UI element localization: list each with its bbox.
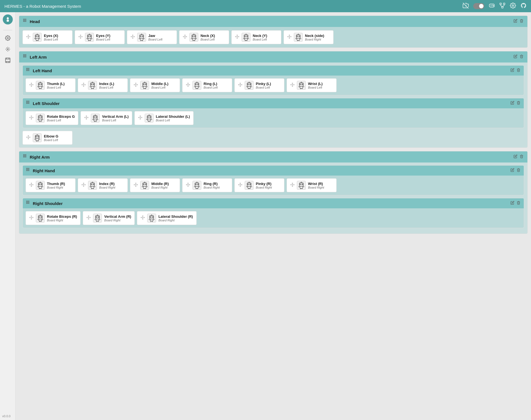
edit-icon[interactable] (514, 154, 517, 159)
settings-icon[interactable] (510, 2, 516, 10)
edit-icon[interactable] (510, 68, 514, 73)
servo-robot-icon (245, 81, 254, 90)
servo-card[interactable]: Thumb (R) Board Right (26, 178, 76, 192)
card-move-icon[interactable] (29, 215, 34, 221)
servo-card[interactable]: Wrist (L) Board Left (287, 78, 337, 92)
servo-card[interactable]: Rotate Biceps (R) Board Right (26, 211, 81, 225)
card-move-icon[interactable] (131, 34, 135, 40)
servo-card[interactable]: Rotate Biceps G Board Left (26, 111, 78, 125)
servo-card[interactable]: Vertical Arm (R) Board Right (83, 211, 135, 225)
servo-card[interactable]: Lateral Shoulder (R) Board Right (137, 211, 196, 225)
card-move-icon[interactable] (183, 34, 187, 40)
network-icon[interactable] (499, 2, 505, 10)
servo-card[interactable]: Neck (Y) Board Left (231, 30, 281, 44)
svg-point-20 (7, 49, 8, 49)
card-move-icon[interactable] (78, 34, 83, 40)
servo-card[interactable]: Index (L) Board Left (78, 78, 128, 92)
svg-rect-192 (300, 86, 303, 88)
card-move-icon[interactable] (81, 82, 86, 88)
svg-point-100 (297, 36, 298, 37)
svg-point-110 (24, 54, 25, 55)
servo-card[interactable]: Eyes (X) Board Left (22, 30, 72, 44)
sidebar-move-icon[interactable] (3, 45, 12, 54)
servo-name: Rotate Biceps G (47, 114, 75, 119)
card-move-icon[interactable] (290, 182, 295, 188)
trash-icon[interactable] (517, 201, 520, 206)
trash-icon[interactable] (520, 19, 524, 24)
github-icon[interactable] (520, 2, 527, 10)
servo-card[interactable]: Neck (X) Board Left (179, 30, 229, 44)
edit-icon[interactable] (514, 19, 517, 24)
card-move-icon[interactable] (138, 115, 142, 121)
servo-card[interactable]: Neck (side) Board Right (284, 30, 334, 44)
trash-icon[interactable] (520, 54, 524, 59)
servo-info: Thumb (R) Board Right (47, 182, 65, 189)
card-move-icon[interactable] (141, 215, 145, 221)
svg-point-325 (248, 184, 249, 185)
svg-point-113 (24, 56, 25, 56)
svg-point-341 (301, 182, 302, 183)
svg-rect-225 (94, 119, 97, 121)
card-move-icon[interactable] (238, 82, 242, 88)
extra-cards-grid: Elbow G Board Left (22, 131, 524, 145)
card-move-icon[interactable] (29, 82, 34, 88)
servo-card[interactable]: Jaw Board Left (127, 30, 177, 44)
servo-card[interactable]: Middle (R) Board Right (130, 178, 180, 192)
servo-card[interactable]: Lateral Shoulder (L) Board Left (134, 111, 194, 125)
servo-robot-icon (297, 81, 306, 90)
card-move-icon[interactable] (186, 82, 190, 88)
servo-card[interactable]: Middle (L) Board Left (130, 78, 180, 92)
card-move-icon[interactable] (238, 182, 242, 188)
servo-card[interactable]: Eyes (Y) Board Left (75, 30, 125, 44)
card-move-icon[interactable] (235, 34, 239, 40)
servo-card[interactable]: Index (R) Board Right (78, 178, 128, 192)
servo-name: Rotate Biceps (R) (47, 214, 77, 219)
card-move-icon[interactable] (29, 182, 34, 188)
trash-icon[interactable] (517, 101, 520, 106)
svg-point-134 (40, 82, 41, 83)
toggle-switch[interactable] (473, 3, 484, 9)
sidebar-film-icon[interactable] (3, 56, 12, 65)
camera-off-icon[interactable] (463, 2, 469, 10)
servo-robot-icon (140, 181, 149, 190)
card-move-icon[interactable] (290, 82, 295, 88)
card-move-icon[interactable] (186, 182, 190, 188)
edit-icon[interactable] (510, 201, 514, 206)
trash-icon[interactable] (517, 68, 520, 73)
servo-name: Lateral Shoulder (L) (156, 114, 190, 119)
card-move-icon[interactable] (134, 182, 138, 188)
gamepad-icon[interactable] (489, 2, 495, 10)
servo-sub: Board Right (151, 186, 169, 189)
card-move-icon[interactable] (84, 115, 89, 121)
svg-rect-279 (39, 186, 42, 188)
servo-card[interactable]: Vertical Arm (L) Board Left (81, 111, 132, 125)
card-move-icon[interactable] (29, 115, 34, 121)
servo-card[interactable]: Pinky (R) Board Right (234, 178, 284, 192)
servo-card[interactable]: Pinky (L) Board Left (234, 78, 284, 92)
servo-card[interactable]: Ring (R) Board Right (182, 178, 232, 192)
servo-info: Ring (L) Board Left (204, 82, 218, 89)
card-move-icon[interactable] (86, 215, 91, 221)
edit-icon[interactable] (514, 54, 517, 59)
trash-icon[interactable] (520, 154, 524, 159)
servo-card[interactable]: Wrist (R) Board Right (287, 178, 337, 192)
card-move-icon[interactable] (81, 182, 86, 188)
servo-card[interactable]: Thumb (L) Board Left (26, 78, 76, 92)
servo-robot-icon (137, 33, 146, 42)
edit-icon[interactable] (510, 168, 514, 173)
servo-card[interactable]: Ring (L) Board Left (182, 78, 232, 92)
card-move-icon[interactable] (26, 135, 31, 141)
sidebar-gear-icon[interactable] (3, 34, 12, 42)
svg-point-350 (27, 202, 28, 203)
trash-icon[interactable] (517, 168, 520, 173)
svg-point-19 (7, 38, 8, 39)
edit-icon[interactable] (510, 101, 514, 106)
servo-card[interactable]: Elbow G Board Left (22, 131, 72, 145)
robot-avatar[interactable] (3, 14, 13, 24)
card-move-icon[interactable] (26, 34, 31, 40)
svg-rect-315 (196, 186, 199, 188)
servo-name: Index (R) (99, 182, 115, 186)
card-move-icon[interactable] (134, 82, 138, 88)
svg-point-89 (247, 36, 247, 37)
card-move-icon[interactable] (287, 34, 292, 40)
